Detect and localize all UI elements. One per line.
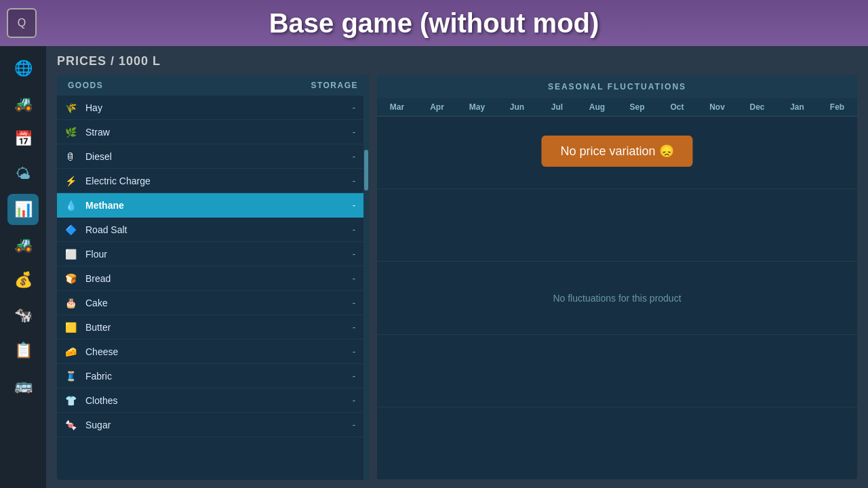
good-row-hay[interactable]: 🌾Hay- (57, 96, 363, 120)
good-storage-value: - (353, 371, 355, 381)
sidebar-item-weather-icon[interactable]: 🌤 (7, 159, 39, 190)
chart-row-3: No fluctuations for this product (377, 262, 857, 334)
q-key-label: Q (18, 17, 26, 29)
sidebar-item-transport-icon[interactable]: 🚌 (7, 370, 39, 401)
goods-panel: GOODS STORAGE 🌾Hay-🌿Straw-🛢Diesel-⚡Elect… (57, 75, 369, 480)
good-storage-value: - (353, 176, 355, 186)
month-label-jun: Jun (497, 102, 537, 112)
good-name-label: Flour (85, 249, 353, 260)
good-icon-road-salt: 🔷 (62, 222, 79, 238)
sidebar-item-world-icon[interactable]: 🌐 (7, 53, 39, 84)
good-icon-electric-charge: ⚡ (62, 173, 79, 189)
month-label-jan: Jan (777, 102, 817, 112)
good-storage-value: - (353, 151, 355, 161)
sidebar-item-vehicle-icon[interactable]: 🚜 (7, 229, 39, 260)
good-icon-hay: 🌾 (62, 100, 79, 116)
good-row-butter[interactable]: 🟨Butter- (57, 315, 363, 340)
good-row-sugar[interactable]: 🍬Sugar- (57, 413, 363, 437)
month-label-aug: Aug (577, 102, 617, 112)
good-storage-value: - (353, 224, 355, 235)
good-name-label: Hay (85, 102, 353, 113)
good-icon-cheese: 🧀 (62, 344, 79, 360)
good-name-label: Fabric (85, 371, 353, 382)
good-storage-value: - (353, 249, 355, 259)
goods-with-scroll: 🌾Hay-🌿Straw-🛢Diesel-⚡Electric Charge-💧Me… (57, 96, 369, 480)
good-icon-butter: 🟨 (62, 319, 79, 336)
month-label-sep: Sep (617, 102, 657, 112)
chart-row-5 (377, 407, 857, 480)
good-name-label: Cake (85, 298, 353, 308)
good-row-bread[interactable]: 🍞Bread- (57, 266, 363, 291)
good-icon-sugar: 🍬 (62, 417, 79, 433)
sidebar-item-money-icon[interactable]: 💰 (7, 264, 39, 296)
month-label-dec: Dec (737, 102, 777, 112)
good-storage-value: - (353, 298, 355, 308)
scroll-thumb (364, 150, 368, 190)
q-key-icon: Q (7, 8, 37, 38)
chart-area: No price variation 😞 No fluctuations for… (377, 117, 857, 480)
sidebar-item-tractor-icon[interactable]: 🚜 (7, 88, 39, 119)
good-icon-flour: ⬜ (62, 246, 79, 262)
good-icon-cake: 🎂 (62, 295, 79, 311)
sidebar: 🌐🚜📅🌤📊🚜💰🐄📋🚌 (0, 46, 46, 488)
good-name-label: Straw (85, 127, 353, 138)
good-name-label: Clothes (85, 395, 353, 406)
sidebar-item-calendar-icon[interactable]: 📅 (7, 123, 39, 155)
month-label-jul: Jul (537, 102, 577, 112)
chart-row-2 (377, 189, 857, 262)
good-row-flour[interactable]: ⬜Flour- (57, 242, 363, 266)
no-fluctuations-text: No fluctuations for this product (553, 293, 681, 304)
good-name-label: Butter (85, 322, 353, 333)
good-row-clothes[interactable]: 👕Clothes- (57, 388, 363, 413)
seasonal-panel: SEASONAL FLUCTUATIONS MarAprMayJunJulAug… (377, 75, 857, 480)
good-storage-value: - (353, 200, 355, 210)
month-label-mar: Mar (377, 102, 417, 112)
storage-col-label: STORAGE (311, 81, 358, 90)
no-price-text: No price variation 😞 (560, 144, 673, 159)
good-row-cheese[interactable]: 🧀Cheese- (57, 340, 363, 364)
good-row-cake[interactable]: 🎂Cake- (57, 291, 363, 315)
good-row-electric-charge[interactable]: ⚡Electric Charge- (57, 169, 363, 193)
good-storage-value: - (353, 346, 355, 357)
month-label-oct: Oct (657, 102, 697, 112)
seasonal-header: SEASONAL FLUCTUATIONS (377, 75, 857, 98)
good-row-fabric[interactable]: 🧵Fabric- (57, 364, 363, 388)
sidebar-item-list-icon[interactable]: 📋 (7, 335, 39, 366)
good-storage-value: - (353, 322, 355, 332)
good-icon-methane: 💧 (62, 197, 79, 214)
months-row: MarAprMayJunJulAugSepOctNovDecJanFeb (377, 98, 857, 117)
month-label-feb: Feb (817, 102, 857, 112)
good-name-label: Bread (85, 273, 353, 284)
good-row-diesel[interactable]: 🛢Diesel- (57, 144, 363, 169)
good-storage-value: - (353, 127, 355, 137)
good-icon-fabric: 🧵 (62, 368, 79, 384)
good-name-label: Diesel (85, 151, 353, 162)
chart-row-1: No price variation 😞 (377, 117, 857, 189)
good-name-label: Road Salt (85, 224, 353, 235)
page-title: Base game (without mod) (269, 8, 599, 39)
good-row-methane[interactable]: 💧Methane- (57, 193, 363, 218)
panels: GOODS STORAGE 🌾Hay-🌿Straw-🛢Diesel-⚡Elect… (57, 75, 857, 480)
good-icon-bread: 🍞 (62, 270, 79, 287)
sidebar-item-animal-icon[interactable]: 🐄 (7, 300, 39, 331)
scroll-track[interactable] (363, 96, 369, 480)
goods-col-label: GOODS (68, 81, 103, 90)
good-name-label: Sugar (85, 420, 353, 430)
good-name-label: Cheese (85, 346, 353, 357)
prices-label: PRICES / 1000 L (57, 54, 857, 68)
header-bar: Q Base game (without mod) (0, 0, 868, 46)
main-layout: 🌐🚜📅🌤📊🚜💰🐄📋🚌 PRICES / 1000 L GOODS STORAGE… (0, 46, 868, 488)
good-icon-diesel: 🛢 (62, 148, 79, 165)
good-icon-clothes: 👕 (62, 392, 79, 409)
good-row-straw[interactable]: 🌿Straw- (57, 120, 363, 144)
good-storage-value: - (353, 420, 355, 430)
content-area: PRICES / 1000 L GOODS STORAGE 🌾Hay-🌿Stra… (46, 46, 868, 488)
good-name-label: Electric Charge (85, 176, 353, 186)
good-storage-value: - (353, 102, 355, 113)
good-row-road-salt[interactable]: 🔷Road Salt- (57, 218, 363, 242)
month-label-may: May (457, 102, 497, 112)
good-name-label: Methane (85, 200, 353, 211)
sidebar-item-stats-icon[interactable]: 📊 (7, 194, 39, 225)
good-storage-value: - (353, 273, 355, 283)
goods-list[interactable]: 🌾Hay-🌿Straw-🛢Diesel-⚡Electric Charge-💧Me… (57, 96, 363, 480)
